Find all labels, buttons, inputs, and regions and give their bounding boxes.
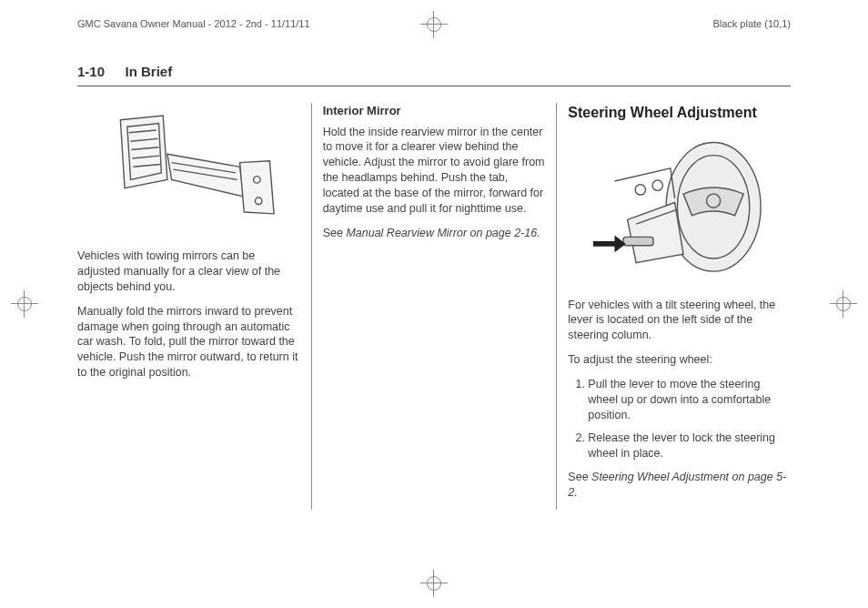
- svg-point-15: [652, 180, 662, 190]
- columns-container: Vehicles with towing mirrors can be adju…: [77, 103, 791, 510]
- column-1: Vehicles with towing mirrors can be adju…: [77, 103, 311, 510]
- interior-mirror-heading: Interior Mirror: [323, 103, 546, 119]
- step-2: Release the lever to lock the steering w…: [588, 431, 791, 461]
- doc-title: GMC Savana Owner Manual - 2012 - 2nd - 1…: [77, 18, 310, 29]
- svg-point-14: [636, 184, 646, 194]
- col2-see: See Manual Rearview Mirror on page 2-16.: [323, 226, 546, 241]
- col2-p1: Hold the inside rearview mirror in the c…: [323, 125, 546, 217]
- crop-mark-left: [11, 290, 38, 318]
- page-number: 1-10: [77, 64, 105, 79]
- column-2: Interior Mirror Hold the inside rearview…: [312, 103, 557, 510]
- page-content: 1-10 In Brief: [77, 64, 791, 567]
- crop-mark-right: [830, 290, 857, 318]
- col1-p2: Manually fold the mirrors inward to prev…: [77, 304, 300, 380]
- plate-info: Black plate (10,1): [712, 18, 791, 29]
- steering-steps: Pull the lever to move the steering whee…: [568, 377, 791, 461]
- col2-ref: Manual Rearview Mirror on page 2-16.: [346, 227, 540, 239]
- column-3: Steering Wheel Adjustment: [557, 103, 791, 510]
- document-header: GMC Savana Owner Manual - 2012 - 2nd - 1…: [77, 18, 791, 29]
- towing-mirror-figure: [77, 103, 300, 239]
- svg-rect-13: [623, 237, 653, 245]
- step-1: Pull the lever to move the steering whee…: [588, 377, 791, 423]
- page-header: 1-10 In Brief: [77, 64, 791, 86]
- col3-p2: To adjust the steering wheel:: [568, 352, 791, 368]
- steering-heading: Steering Wheel Adjustment: [568, 103, 791, 123]
- col1-p1: Vehicles with towing mirrors can be adju…: [77, 248, 300, 295]
- col3-p1: For vehicles with a tilt steering wheel,…: [568, 298, 791, 344]
- steering-wheel-figure: [568, 134, 791, 289]
- col3-ref: Steering Wheel Adjustment on page 5-2.: [568, 471, 786, 499]
- col3-see: See Steering Wheel Adjustment on page 5-…: [568, 470, 791, 501]
- section-title: In Brief: [125, 64, 172, 79]
- crop-mark-bottom: [420, 570, 448, 597]
